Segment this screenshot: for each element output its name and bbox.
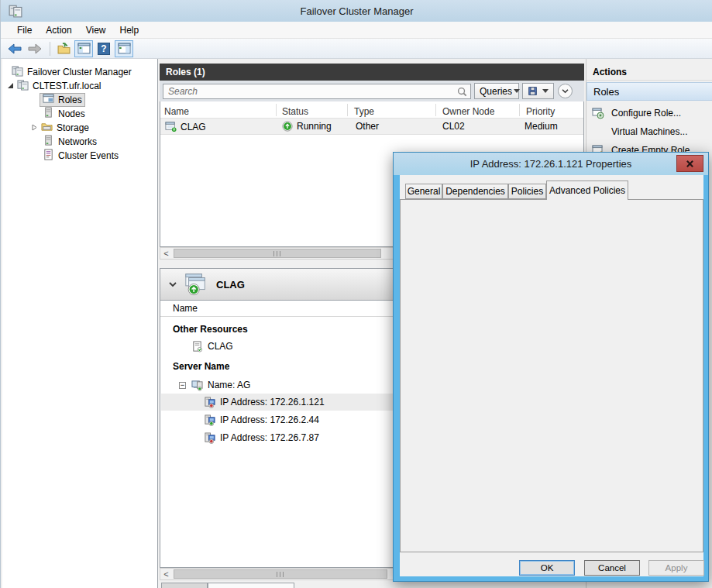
ok-button[interactable]: OK <box>519 560 575 576</box>
table-row[interactable]: CLAG Running Other CL02 Medium <box>160 119 583 135</box>
toolbar-separator <box>50 42 50 56</box>
window-title: Failover Cluster Manager <box>301 5 414 17</box>
scroll-left-icon[interactable]: < <box>160 248 172 259</box>
scroll-left-icon[interactable]: < <box>160 569 172 579</box>
apply-button[interactable]: Apply <box>648 560 704 576</box>
dialog-titlebar: IP Address: 172.26.1.121 Properties <box>394 153 708 175</box>
roles-list-header: Name Status Type Owner Node Priority <box>160 101 583 119</box>
role-priority: Medium <box>525 121 558 132</box>
bottom-tab-2[interactable] <box>208 583 294 588</box>
close-icon <box>686 160 694 168</box>
search-input[interactable] <box>163 84 471 99</box>
app-icon <box>9 4 22 20</box>
menu-bar: File Action View Help <box>1 22 712 39</box>
roles-panel-title: Roles (1) <box>166 67 205 77</box>
role-type: Other <box>356 121 379 132</box>
tab-policies[interactable]: Policies <box>508 184 546 199</box>
menu-help[interactable]: Help <box>113 23 146 37</box>
role-owner-node: CL02 <box>442 121 465 132</box>
help-icon[interactable]: ? <box>95 40 113 57</box>
application-window: Failover Cluster Manager File Action Vie… <box>0 0 712 588</box>
bottom-tab-1[interactable] <box>161 583 208 588</box>
collapse-detail-button[interactable] <box>168 279 177 290</box>
scrollbar-thumb[interactable] <box>174 249 381 258</box>
queries-caret-icon <box>514 89 520 93</box>
running-status-icon <box>282 121 293 132</box>
list-item-server-name[interactable]: − Name: AG <box>179 377 250 394</box>
cluster-icon <box>17 79 29 93</box>
actions-section-roles[interactable]: Roles <box>586 82 712 101</box>
role-icon <box>165 121 177 132</box>
forward-icon[interactable] <box>26 40 44 57</box>
expander-collapsed-icon[interactable] <box>32 122 38 133</box>
export-list-icon[interactable] <box>54 40 73 57</box>
role-name: CLAG <box>181 122 206 132</box>
resource-icon <box>191 341 203 352</box>
tree-item-root[interactable]: Failover Cluster Manager <box>12 65 132 79</box>
cancel-button[interactable]: Cancel <box>584 560 640 576</box>
collapse-search-button[interactable] <box>558 84 573 98</box>
col-priority[interactable]: Priority <box>526 106 555 117</box>
tab-dependencies[interactable]: Dependencies <box>442 184 508 199</box>
menu-action[interactable]: Action <box>39 23 78 37</box>
search-icon[interactable] <box>456 86 468 100</box>
action-configure-role[interactable]: Configure Role... <box>586 104 712 122</box>
ip-online-icon <box>204 414 215 426</box>
console-tree-toggle-icon[interactable] <box>74 40 93 57</box>
scrollbar-thumb[interactable] <box>174 569 387 579</box>
collapse-box-icon[interactable]: − <box>179 382 186 389</box>
server-name-icon <box>191 380 203 391</box>
events-icon <box>43 149 54 163</box>
col-owner[interactable]: Owner Node <box>442 106 494 117</box>
properties-dialog: IP Address: 172.26.1.121 Properties Gene… <box>393 152 709 582</box>
clag-role-icon <box>184 272 208 297</box>
save-query-button[interactable] <box>522 83 554 99</box>
queries-button[interactable]: Queries <box>474 83 519 99</box>
storage-icon <box>41 121 53 135</box>
detail-bottom-tabs <box>160 582 584 588</box>
cluster-manager-icon <box>12 65 23 79</box>
tree-item-cluster-events[interactable]: Cluster Events <box>43 149 119 163</box>
tree-item-networks[interactable]: Networks <box>43 135 97 149</box>
col-name[interactable]: Name <box>164 106 189 117</box>
search-toolbar: Queries <box>160 81 584 101</box>
close-button[interactable] <box>676 155 703 172</box>
tree-item-nodes[interactable]: Nodes <box>43 107 85 121</box>
save-icon <box>528 86 538 96</box>
console-tree-panel: Failover Cluster Manager CLTEST.ufr.loca… <box>2 59 158 588</box>
actions-title: Actions <box>586 64 712 81</box>
configure-role-icon <box>591 107 605 119</box>
roles-icon <box>43 93 54 107</box>
expander-expanded-icon[interactable] <box>7 81 14 91</box>
back-icon[interactable] <box>5 40 24 57</box>
group-other-resources: Other Resources <box>173 321 248 338</box>
group-server-name: Server Name <box>173 358 229 375</box>
menu-view[interactable]: View <box>79 23 113 37</box>
ip-offline-icon <box>204 432 215 444</box>
action-virtual-machines[interactable]: Virtual Machines... <box>586 122 712 141</box>
list-item-clag-resource[interactable]: CLAG <box>191 338 233 355</box>
toolbar: ? <box>1 39 712 59</box>
role-status: Running <box>297 121 332 132</box>
detail-title: CLAG <box>216 279 245 291</box>
action-pane-toggle-icon[interactable] <box>115 40 133 57</box>
col-type[interactable]: Type <box>354 106 374 117</box>
window-titlebar: Failover Cluster Manager <box>1 0 712 22</box>
chevron-down-icon <box>561 88 569 94</box>
col-status[interactable]: Status <box>282 106 308 117</box>
save-caret-icon <box>542 89 549 93</box>
tree-item-storage[interactable]: Storage <box>32 121 89 135</box>
tree-item-roles[interactable]: Roles <box>40 93 85 107</box>
tree-item-cluster[interactable]: CLTEST.ufr.local <box>7 79 101 93</box>
ip-offline-icon <box>204 397 215 408</box>
menu-file[interactable]: File <box>10 23 39 37</box>
roles-panel-header: Roles (1) <box>160 64 584 81</box>
advanced-policies-page <box>400 199 703 552</box>
dialog-title: IP Address: 172.26.1.121 Properties <box>470 158 632 170</box>
tab-general[interactable]: General <box>405 184 442 199</box>
nodes-icon <box>43 107 54 121</box>
networks-icon <box>43 135 54 149</box>
list-item-ip2[interactable]: IP Address: 172.26.2.44 <box>204 411 319 428</box>
tab-advanced-policies[interactable]: Advanced Policies <box>546 181 628 200</box>
list-item-ip3[interactable]: IP Address: 172.26.7.87 <box>204 429 319 446</box>
